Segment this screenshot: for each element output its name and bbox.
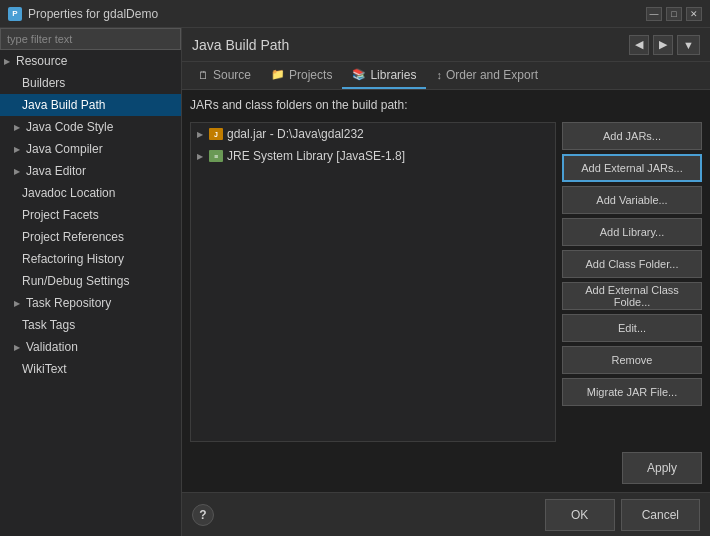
tabs-bar: 🗒 Source 📁 Projects 📚 Libraries ↕ Order … [182,62,710,90]
add-external-class-folder-button[interactable]: Add External Class Folde... [562,282,702,310]
order-tab-icon: ↕ [436,69,442,81]
sidebar-item-label: Project Facets [22,208,99,222]
sidebar-item-label: Task Tags [22,318,75,332]
help-button[interactable]: ? [192,504,214,526]
dropdown-button[interactable]: ▼ [677,35,700,55]
sidebar-item-resource[interactable]: ▶ Resource [0,50,181,72]
sidebar-item-builders[interactable]: Builders [0,72,181,94]
tree-expand-arrow-icon: ▶ [197,130,205,139]
tree-item-gdal-jar[interactable]: ▶ J gdal.jar - D:\Java\gdal232 [191,123,555,145]
remove-button[interactable]: Remove [562,346,702,374]
sidebar-item-label: Resource [16,54,67,68]
tree-expand-arrow-icon: ▶ [197,152,205,161]
sidebar-item-java-editor[interactable]: ▶ Java Editor [0,160,181,182]
projects-tab-icon: 📁 [271,68,285,81]
sidebar-item-javadoc-location[interactable]: Javadoc Location [0,182,181,204]
footer-bar: ? OK Cancel [182,492,710,536]
ok-button[interactable]: OK [545,499,615,531]
sidebar-item-java-code-style[interactable]: ▶ Java Code Style [0,116,181,138]
sidebar-item-project-facets[interactable]: Project Facets [0,204,181,226]
tab-order-and-export[interactable]: ↕ Order and Export [426,62,548,89]
sidebar-item-label: Java Build Path [22,98,105,112]
content-split: ▶ J gdal.jar - D:\Java\gdal232 ▶ ≡ JRE S… [190,122,702,442]
sidebar-item-label: Task Repository [26,296,111,310]
sidebar-item-wikitext[interactable]: WikiText [0,358,181,380]
expand-arrow-icon: ▶ [14,167,20,176]
title-bar-controls: — □ ✕ [646,7,702,21]
add-jars-button[interactable]: Add JARs... [562,122,702,150]
title-bar: P Properties for gdalDemo — □ ✕ [0,0,710,28]
sidebar-item-label: Java Editor [26,164,86,178]
sidebar: ▶ Resource Builders Java Build Path ▶ Ja… [0,28,182,536]
sidebar-item-java-compiler[interactable]: ▶ Java Compiler [0,138,181,160]
sidebar-item-label: WikiText [22,362,67,376]
sidebar-item-label: Refactoring History [22,252,124,266]
window-icon: P [8,7,22,21]
sidebar-item-run-debug-settings[interactable]: Run/Debug Settings [0,270,181,292]
expand-arrow-icon: ▶ [14,123,20,132]
sidebar-item-label: Java Code Style [26,120,113,134]
file-tree[interactable]: ▶ J gdal.jar - D:\Java\gdal232 ▶ ≡ JRE S… [190,122,556,442]
sidebar-item-label: Project References [22,230,124,244]
tab-projects[interactable]: 📁 Projects [261,62,342,89]
expand-arrow-icon: ▶ [14,343,20,352]
expand-arrow-icon: ▶ [14,145,20,154]
jars-label: JARs and class folders on the build path… [190,98,702,112]
sidebar-item-task-tags[interactable]: Task Tags [0,314,181,336]
expand-arrow-icon: ▶ [14,299,20,308]
apply-button[interactable]: Apply [622,452,702,484]
expand-arrow-icon: ▶ [4,57,10,66]
migrate-jar-button[interactable]: Migrate JAR File... [562,378,702,406]
sidebar-item-label: Java Compiler [26,142,103,156]
forward-button[interactable]: ▶ [653,35,673,55]
sidebar-item-label: Validation [26,340,78,354]
sidebar-item-project-references[interactable]: Project References [0,226,181,248]
tab-label: Libraries [370,68,416,82]
add-library-button[interactable]: Add Library... [562,218,702,246]
sidebar-item-label: Javadoc Location [22,186,115,200]
tab-source[interactable]: 🗒 Source [188,62,261,89]
jar-icon: J [209,128,223,140]
edit-button[interactable]: Edit... [562,314,702,342]
tree-item-jre-library[interactable]: ▶ ≡ JRE System Library [JavaSE-1.8] [191,145,555,167]
add-variable-button[interactable]: Add Variable... [562,186,702,214]
tree-item-label: gdal.jar - D:\Java\gdal232 [227,127,364,141]
minimize-button[interactable]: — [646,7,662,21]
content-header: Java Build Path ◀ ▶ ▼ [182,28,710,62]
cancel-button[interactable]: Cancel [621,499,700,531]
sidebar-item-label: Run/Debug Settings [22,274,129,288]
sidebar-item-refactoring-history[interactable]: Refactoring History [0,248,181,270]
window-title: Properties for gdalDemo [28,7,646,21]
sidebar-item-label: Builders [22,76,65,90]
add-external-jars-button[interactable]: Add External JARs... [562,154,702,182]
main-container: ▶ Resource Builders Java Build Path ▶ Ja… [0,28,710,536]
page-title: Java Build Path [192,37,289,53]
sidebar-item-task-repository[interactable]: ▶ Task Repository [0,292,181,314]
source-tab-icon: 🗒 [198,69,209,81]
filter-input[interactable] [0,28,181,50]
maximize-button[interactable]: □ [666,7,682,21]
libraries-tab-icon: 📚 [352,68,366,81]
sidebar-item-java-build-path[interactable]: Java Build Path [0,94,181,116]
buttons-panel: Add JARs... Add External JARs... Add Var… [562,122,702,442]
lib-icon: ≡ [209,150,223,162]
tab-label: Order and Export [446,68,538,82]
add-class-folder-button[interactable]: Add Class Folder... [562,250,702,278]
tab-label: Projects [289,68,332,82]
apply-row: Apply [190,452,702,484]
sidebar-items: ▶ Resource Builders Java Build Path ▶ Ja… [0,50,181,536]
sidebar-item-validation[interactable]: ▶ Validation [0,336,181,358]
close-button[interactable]: ✕ [686,7,702,21]
tree-item-label: JRE System Library [JavaSE-1.8] [227,149,405,163]
content-area: Java Build Path ◀ ▶ ▼ 🗒 Source 📁 Project… [182,28,710,536]
back-button[interactable]: ◀ [629,35,649,55]
nav-controls: ◀ ▶ ▼ [629,35,700,55]
tab-label: Source [213,68,251,82]
tab-libraries[interactable]: 📚 Libraries [342,62,426,89]
content-body: JARs and class folders on the build path… [182,90,710,492]
ok-cancel-group: OK Cancel [545,499,700,531]
